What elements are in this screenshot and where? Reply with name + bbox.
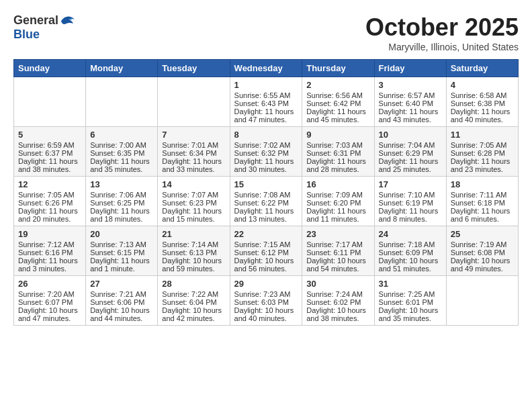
day-content: Sunrise: 7:07 AM — [162, 191, 225, 199]
day-content: Daylight: 10 hours — [234, 306, 298, 314]
day-content: Sunrise: 7:11 AM — [451, 191, 514, 199]
day-content: Sunset: 6:34 PM — [162, 149, 225, 157]
day-number: 28 — [162, 279, 225, 289]
page-header: General Blue October 2025 Maryville, Ill… — [13, 13, 519, 52]
logo: General Blue — [13, 13, 76, 42]
calendar-cell: 22Sunrise: 7:15 AMSunset: 6:12 PMDayligh… — [230, 226, 302, 276]
day-content: Sunrise: 7:09 AM — [306, 191, 369, 199]
day-content: Daylight: 11 hours — [234, 207, 298, 215]
day-content: and 49 minutes. — [451, 265, 514, 273]
day-content: Daylight: 11 hours — [451, 107, 514, 116]
day-content: and 38 minutes. — [18, 165, 81, 173]
calendar-cell: 2Sunrise: 6:56 AMSunset: 6:42 PMDaylight… — [302, 77, 374, 127]
day-number: 11 — [451, 130, 514, 140]
day-content: and 23 minutes. — [451, 165, 514, 173]
day-number: 14 — [162, 179, 225, 189]
calendar-cell — [14, 77, 86, 127]
day-content: Sunrise: 7:00 AM — [90, 141, 153, 149]
calendar-header-sunday: Sunday — [14, 60, 86, 77]
day-content: Daylight: 10 hours — [379, 257, 442, 265]
day-content: Sunrise: 7:24 AM — [306, 290, 369, 298]
day-content: Sunset: 6:20 PM — [306, 199, 369, 207]
day-content: Sunset: 6:42 PM — [306, 99, 369, 107]
calendar-header-row: SundayMondayTuesdayWednesdayThursdayFrid… — [14, 60, 519, 77]
day-content: Daylight: 11 hours — [306, 107, 369, 116]
day-content: Sunset: 6:07 PM — [18, 298, 81, 306]
calendar-week-row: 26Sunrise: 7:20 AMSunset: 6:07 PMDayligh… — [14, 276, 519, 326]
day-content: Sunset: 6:06 PM — [90, 298, 153, 306]
day-content: Daylight: 11 hours — [18, 207, 81, 215]
day-content: Sunset: 6:22 PM — [234, 199, 298, 207]
day-content: Sunrise: 7:23 AM — [234, 290, 298, 298]
day-content: Sunset: 6:43 PM — [234, 99, 298, 107]
calendar-cell: 14Sunrise: 7:07 AMSunset: 6:23 PMDayligh… — [158, 177, 230, 226]
day-content: Sunset: 6:26 PM — [18, 199, 81, 207]
day-content: Daylight: 11 hours — [18, 157, 81, 165]
day-number: 18 — [451, 179, 514, 189]
day-number: 7 — [162, 130, 225, 140]
day-content: Daylight: 11 hours — [90, 257, 153, 265]
day-content: Daylight: 11 hours — [234, 157, 298, 165]
day-content: and 30 minutes. — [234, 165, 298, 173]
day-content: Sunset: 6:29 PM — [379, 149, 442, 157]
logo-bird-icon — [60, 14, 76, 28]
day-content: and 15 minutes. — [162, 215, 225, 223]
day-content: Daylight: 10 hours — [162, 306, 225, 314]
day-content: and 35 minutes. — [90, 165, 153, 173]
day-content: Daylight: 10 hours — [90, 306, 153, 314]
calendar-cell: 21Sunrise: 7:14 AMSunset: 6:13 PMDayligh… — [158, 226, 230, 276]
day-number: 6 — [90, 130, 153, 140]
day-number: 27 — [90, 279, 153, 289]
calendar-cell: 8Sunrise: 7:02 AMSunset: 6:32 PMDaylight… — [230, 127, 302, 177]
calendar-week-row: 12Sunrise: 7:05 AMSunset: 6:26 PMDayligh… — [14, 177, 519, 226]
day-content: Sunset: 6:13 PM — [162, 248, 225, 257]
day-number: 9 — [306, 130, 369, 140]
day-content: and 3 minutes. — [18, 265, 81, 273]
day-content: Sunrise: 6:58 AM — [451, 91, 514, 99]
calendar-cell: 18Sunrise: 7:11 AMSunset: 6:18 PMDayligh… — [446, 177, 518, 226]
calendar-table: SundayMondayTuesdayWednesdayThursdayFrid… — [13, 59, 519, 326]
day-content: and 1 minute. — [90, 265, 153, 273]
day-content: Sunrise: 7:17 AM — [306, 240, 369, 248]
day-content: Daylight: 10 hours — [306, 257, 369, 265]
day-content: Sunset: 6:31 PM — [306, 149, 369, 157]
day-content: Sunrise: 7:13 AM — [90, 240, 153, 248]
day-content: Sunrise: 7:15 AM — [234, 240, 298, 248]
day-content: Sunrise: 7:12 AM — [18, 240, 81, 248]
calendar-cell: 16Sunrise: 7:09 AMSunset: 6:20 PMDayligh… — [302, 177, 374, 226]
calendar-cell — [446, 276, 518, 326]
day-number: 10 — [379, 130, 442, 140]
day-number: 8 — [234, 130, 298, 140]
day-number: 12 — [18, 179, 81, 189]
calendar-cell: 11Sunrise: 7:05 AMSunset: 6:28 PMDayligh… — [446, 127, 518, 177]
day-content: and 40 minutes. — [451, 116, 514, 124]
day-number: 16 — [306, 179, 369, 189]
calendar-cell: 23Sunrise: 7:17 AMSunset: 6:11 PMDayligh… — [302, 226, 374, 276]
calendar-cell: 7Sunrise: 7:01 AMSunset: 6:34 PMDaylight… — [158, 127, 230, 177]
day-content: and 35 minutes. — [379, 314, 442, 322]
day-content: Sunset: 6:28 PM — [451, 149, 514, 157]
calendar-cell: 31Sunrise: 7:25 AMSunset: 6:01 PMDayligh… — [374, 276, 446, 326]
day-content: Sunrise: 6:55 AM — [234, 91, 298, 99]
day-content: and 56 minutes. — [234, 265, 298, 273]
day-content: Sunrise: 7:25 AM — [379, 290, 442, 298]
day-content: Daylight: 11 hours — [234, 107, 298, 116]
day-content: Sunset: 6:35 PM — [90, 149, 153, 157]
day-content: Daylight: 11 hours — [306, 207, 369, 215]
calendar-cell: 30Sunrise: 7:24 AMSunset: 6:02 PMDayligh… — [302, 276, 374, 326]
day-content: Sunrise: 7:02 AM — [234, 141, 298, 149]
day-content: Sunset: 6:12 PM — [234, 248, 298, 257]
day-content: Sunrise: 7:03 AM — [306, 141, 369, 149]
day-number: 30 — [306, 279, 369, 289]
location-text: Maryville, Illinois, United States — [365, 42, 519, 52]
day-content: and 47 minutes. — [234, 116, 298, 124]
day-number: 20 — [90, 229, 153, 239]
day-number: 15 — [234, 179, 298, 189]
day-content: Sunset: 6:32 PM — [234, 149, 298, 157]
day-content: and 33 minutes. — [162, 165, 225, 173]
day-content: Daylight: 11 hours — [162, 157, 225, 165]
day-content: Sunrise: 7:06 AM — [90, 191, 153, 199]
day-number: 5 — [18, 130, 81, 140]
day-number: 23 — [306, 229, 369, 239]
day-content: and 40 minutes. — [234, 314, 298, 322]
